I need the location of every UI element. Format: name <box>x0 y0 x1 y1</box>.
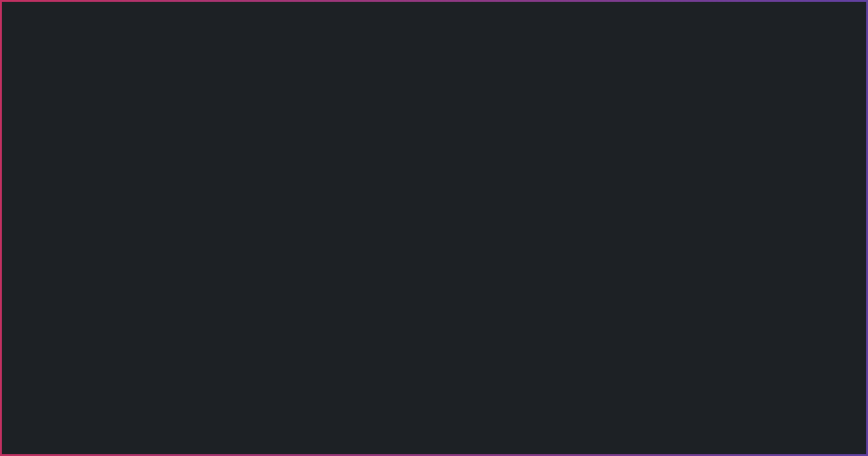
search-bar[interactable]: 🔍 Search <box>661 6 789 22</box>
workspace-boards-button[interactable]: ▦ Boards <box>576 276 624 291</box>
trello-workspace-icon: T <box>15 141 28 154</box>
workspaces-section-header: Workspaces + <box>0 118 153 137</box>
grid-icon[interactable]: ⣿ <box>8 8 15 20</box>
add-workspace-button[interactable]: + <box>137 123 143 134</box>
recently-viewed-section-title: ◔ Recently viewed <box>174 158 848 170</box>
members-icon: 👤 <box>678 279 687 288</box>
clock-icon: ◔ <box>174 158 182 170</box>
board-card-recently-2[interactable] <box>303 180 424 238</box>
workspace-views-button[interactable]: ⊞ Views <box>626 276 669 291</box>
trello-workspace-name: Trello Workspace <box>204 278 278 289</box>
trello-logo[interactable]: Trello <box>22 6 70 22</box>
workspace-x-icon: W <box>15 162 28 175</box>
workspace-settings-button[interactable]: ⚙ Settings <box>743 276 793 291</box>
board-icon: ▦ <box>583 279 590 288</box>
your-workspaces-row: T Trello Workspace ▦ Boards ⊞ Views 👤 Me… <box>174 272 848 295</box>
sidebar-item-boards[interactable]: ▦ Boards <box>5 54 148 74</box>
board-card-recently-1[interactable] <box>174 180 295 238</box>
avatar[interactable]: IM <box>842 5 860 23</box>
main-layout: ▦ Boards ⊞ Templates 〜 Home Workspaces +… <box>0 45 868 453</box>
recent-menu-button[interactable]: Recent ▾ <box>149 6 192 22</box>
home-icon: 〜 <box>15 100 25 112</box>
trello-workspace-big-icon: T <box>174 272 197 295</box>
starred-menu-button[interactable]: Starred ▾ <box>197 6 242 22</box>
svg-rect-2 <box>31 8 36 13</box>
sidebar: ▦ Boards ⊞ Templates 〜 Home Workspaces +… <box>0 45 153 453</box>
your-workspaces-title: YOUR WORKSPACES <box>174 255 848 264</box>
starred-boards-section-title: ☆ Starred boards <box>174 61 848 73</box>
sidebar-workspace-trello[interactable]: T Trello Workspace ▾ <box>5 137 148 158</box>
sidebar-item-templates[interactable]: ⊞ Templates <box>5 75 148 95</box>
main-content: ☆ Starred boards WORKSPACE X Workspace X… <box>153 45 868 453</box>
workspace-members-button[interactable]: 👤 Members (2) <box>671 276 740 291</box>
chevron-down-icon: ▾ <box>134 143 138 152</box>
search-icon: 🔍 <box>668 9 678 19</box>
atlassian-banner: More from Atlassian <box>0 28 868 45</box>
recently-viewed-boards-row <box>174 180 848 238</box>
create-button[interactable]: Create <box>307 6 348 22</box>
views-icon: ⊞ <box>632 279 639 288</box>
your-workspaces-section: YOUR WORKSPACES T Trello Workspace ▦ Boa… <box>174 255 848 295</box>
templates-menu-button[interactable]: Templates ▾ <box>247 6 302 22</box>
template-icon: ⊞ <box>15 79 24 91</box>
starred-boards-row: WORKSPACE X Workspace X ★ <box>174 83 848 141</box>
board-card-title: WORKSPACE X <box>180 89 288 99</box>
chevron-down-icon: ▾ <box>232 9 237 19</box>
workspace-actions: ▦ Boards ⊞ Views 👤 Members (2) ⚙ Setting… <box>576 276 848 291</box>
star-icon: ☆ <box>174 61 183 73</box>
board-card-subtitle: Workspace X <box>180 126 288 134</box>
star-filled-icon: ★ <box>281 125 290 135</box>
settings-icon: ⚙ <box>749 279 756 288</box>
help-button[interactable]: ❓ <box>818 4 837 23</box>
board-card-workspacex[interactable]: WORKSPACE X Workspace X ★ <box>174 83 295 141</box>
trello-logo-icon <box>22 6 38 22</box>
workspaces-menu-button[interactable]: Workspaces ▾ <box>80 6 143 22</box>
workspace-upgrade-button[interactable]: ⬆ Upgrade <box>796 276 848 291</box>
board-icon: ▦ <box>15 58 24 70</box>
upgrade-icon: ⬆ <box>802 279 809 288</box>
sidebar-workspace-x[interactable]: W Workspace X ▾ <box>5 158 148 179</box>
chevron-down-icon: ▾ <box>183 9 187 19</box>
svg-rect-1 <box>24 8 29 17</box>
notifications-button[interactable]: 🔔 <box>794 4 813 23</box>
chevron-down-icon: ▾ <box>134 164 138 173</box>
chevron-down-icon: ▾ <box>292 9 297 19</box>
top-navigation: ⣿ Trello Workspaces ▾ Recent ▾ Starred ▾… <box>0 0 868 28</box>
sidebar-item-home[interactable]: 〜 Home <box>5 96 148 117</box>
chevron-down-icon: ▾ <box>134 9 138 19</box>
trello-wordmark: Trello <box>41 8 70 20</box>
